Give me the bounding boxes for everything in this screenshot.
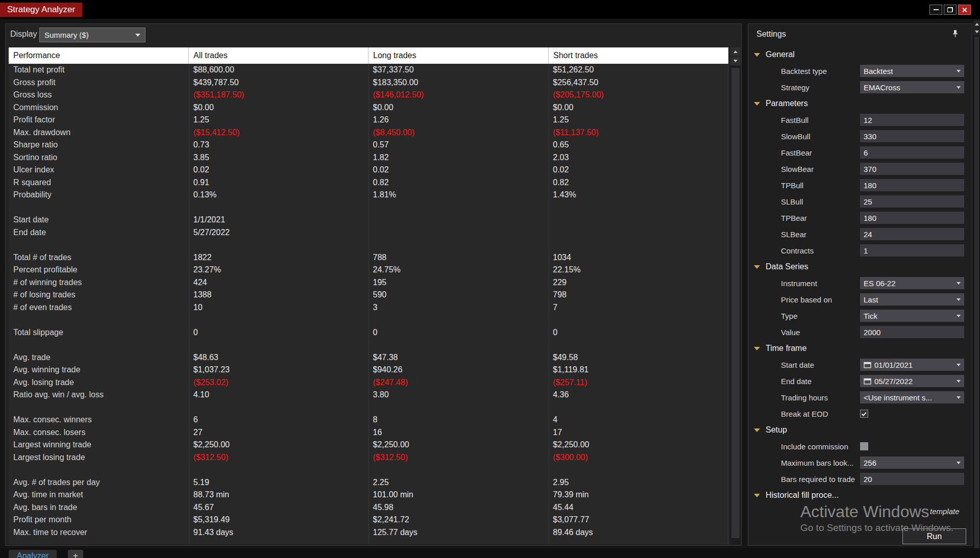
slowbull-input[interactable]	[860, 130, 964, 142]
dropdown-value: Last	[864, 295, 953, 304]
tab-analyzer[interactable]: Analyzer	[9, 550, 57, 558]
close-button[interactable]	[958, 5, 971, 15]
property-label: Price based on	[781, 291, 859, 308]
section-header-parameters[interactable]: Parameters	[748, 95, 972, 112]
slbull-input[interactable]	[860, 195, 964, 208]
table-scrollbar[interactable]	[730, 47, 741, 544]
maximize-button[interactable]	[944, 5, 957, 15]
scroll-up-button[interactable]	[973, 20, 980, 28]
settings-scrollbar[interactable]	[973, 20, 980, 558]
settings-row-start-date: Start date01/01/2021	[748, 357, 972, 373]
property-label: Include commission	[781, 438, 859, 454]
short-trades-value: 1034	[548, 251, 728, 264]
chevron-down-icon	[754, 102, 760, 106]
short-trades-value	[548, 226, 728, 239]
maximum-bars-look-dropdown[interactable]: 256	[860, 456, 964, 469]
short-trades-value: 4.36	[548, 389, 728, 401]
column-header-short-trades[interactable]: Short trades	[549, 47, 728, 64]
long-trades-value: ($8,450.00)	[369, 126, 549, 139]
value-input[interactable]	[860, 326, 964, 338]
section-header-general[interactable]: General	[748, 46, 972, 63]
backtest-type-dropdown[interactable]: Backtest	[860, 65, 964, 77]
all-trades-value: ($253.02)	[189, 376, 369, 389]
short-trades-value: $256,437.50	[548, 77, 728, 89]
section-header-data-series[interactable]: Data Series	[748, 259, 972, 275]
all-trades-value: 0.02	[189, 164, 369, 176]
metric-label: # of winning trades	[9, 276, 189, 289]
chevron-down-icon	[957, 380, 961, 383]
section-label: Time frame	[766, 344, 806, 353]
slbear-input[interactable]	[860, 228, 964, 240]
short-trades-value: 7	[548, 301, 728, 314]
add-tab-button[interactable]: +	[68, 550, 83, 558]
plus-icon: +	[73, 551, 78, 558]
contracts-input[interactable]	[860, 244, 964, 257]
metric-label: Max. time to recover	[9, 526, 189, 539]
restore-icon	[947, 7, 953, 12]
settings-panel: Settings GeneralBacktest typeBacktestStr…	[748, 23, 972, 546]
all-trades-value: $5,319.49	[189, 514, 369, 526]
column-header-long-trades[interactable]: Long trades	[369, 47, 549, 64]
long-trades-value: $37,337.50	[369, 64, 549, 77]
bars-required-to-trade-input[interactable]	[860, 473, 964, 485]
section-label: Historical fill proce...	[766, 491, 839, 500]
short-trades-value: 229	[548, 276, 728, 289]
break-at-eod-checkbox[interactable]	[860, 410, 868, 418]
all-trades-value: 5/27/2022	[189, 226, 369, 239]
metric-label: Percent profitable	[9, 264, 189, 276]
tpbull-input[interactable]	[860, 179, 964, 191]
metric-label: Ratio avg. win / avg. loss	[9, 389, 189, 401]
long-trades-value: 2.25	[369, 476, 549, 489]
scroll-down-button[interactable]	[730, 57, 741, 65]
end-date-dropdown[interactable]: 05/27/2022	[860, 375, 964, 387]
section-header-time-frame[interactable]: Time frame	[748, 340, 972, 357]
settings-row-maximum-bars-look: Maximum bars look...256	[748, 454, 972, 471]
long-trades-value: ($312.50)	[369, 451, 549, 464]
scroll-down-button[interactable]	[973, 28, 980, 35]
settings-row-price-based-on: Price based onLast	[748, 291, 972, 308]
short-trades-value: 0.82	[548, 176, 728, 189]
section-header-setup[interactable]: Setup	[748, 422, 972, 438]
trading-hours-dropdown[interactable]: <Use instrument s...	[860, 391, 964, 403]
metric-label: Avg. time in market	[9, 489, 189, 501]
all-trades-value: 3.85	[189, 151, 369, 164]
dropdown-value: Backtest	[864, 67, 953, 75]
dropdown-value: <Use instrument s...	[864, 393, 953, 402]
display-dropdown[interactable]: Summary ($)	[39, 28, 145, 42]
arrow-up-icon	[733, 50, 738, 53]
slowbear-input[interactable]	[860, 163, 964, 175]
scroll-up-button[interactable]	[730, 47, 741, 56]
fastbull-input[interactable]	[860, 114, 964, 126]
short-trades-value: ($257.11)	[548, 376, 728, 389]
metric-label: Total net profit	[9, 64, 189, 77]
chevron-down-icon	[754, 428, 760, 432]
long-trades-value: 590	[369, 289, 549, 301]
property-label: FastBear	[781, 144, 859, 161]
instrument-dropdown[interactable]: ES 06-22	[860, 277, 964, 289]
column-header-all-trades[interactable]: All trades	[189, 47, 369, 64]
short-trades-value: $0.00	[548, 102, 728, 114]
all-trades-value: 1388	[189, 289, 369, 301]
start-date-dropdown[interactable]: 01/01/2021	[860, 359, 964, 371]
short-trades-value: 17	[548, 426, 728, 439]
scrollbar-thumb[interactable]	[974, 37, 979, 553]
all-trades-value: 0	[189, 326, 369, 339]
section-header-historical-fill-proce[interactable]: Historical fill proce...	[748, 487, 972, 503]
long-trades-value: ($247.48)	[369, 376, 549, 389]
include-commission-checkbox[interactable]	[860, 442, 868, 450]
short-trades-value	[548, 214, 728, 226]
settings-row-value: Value	[748, 324, 972, 340]
chevron-down-icon	[754, 53, 760, 57]
fastbear-input[interactable]	[860, 146, 964, 159]
strategy-dropdown[interactable]: EMACross	[860, 81, 964, 93]
type-dropdown[interactable]: Tick	[860, 310, 964, 322]
tpbear-input[interactable]	[860, 212, 964, 224]
long-trades-value: 1.26	[369, 114, 549, 126]
minimize-button[interactable]	[929, 5, 942, 15]
price-based-on-dropdown[interactable]: Last	[860, 293, 964, 306]
all-trades-value: 0.91	[189, 176, 369, 189]
settings-row-backtest-type: Backtest typeBacktest	[748, 63, 972, 79]
pin-icon[interactable]	[952, 30, 959, 40]
column-header-performance[interactable]: Performance	[9, 47, 189, 64]
scrollbar-thumb[interactable]	[731, 68, 740, 538]
